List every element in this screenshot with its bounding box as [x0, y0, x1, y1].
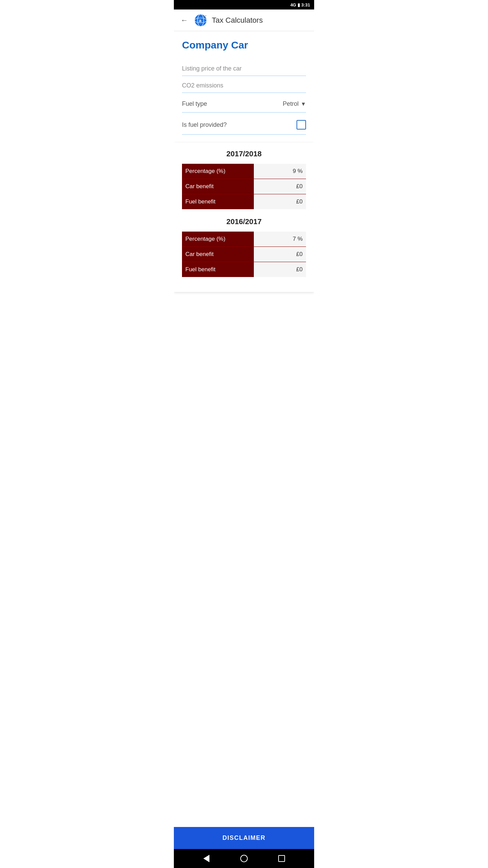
results-card: 2017/2018 Percentage (%) 9 % Car benefit…: [174, 143, 314, 292]
recent-nav-icon: [278, 855, 285, 862]
main-content: Company Car Fuel type Petrol ▼ Is fuel p…: [174, 31, 314, 827]
page-title: Company Car: [182, 39, 306, 51]
time-display: 3:31: [301, 2, 310, 7]
table-row: Car benefit £0: [182, 179, 306, 194]
row-value: £0: [254, 179, 306, 194]
battery-icon: ▮: [298, 2, 300, 7]
nav-back-button[interactable]: [200, 852, 212, 865]
co2-input[interactable]: [182, 79, 306, 93]
back-button[interactable]: ←: [179, 15, 189, 26]
table-row: Fuel benefit £0: [182, 262, 306, 277]
fuel-type-value: Petrol ▼: [283, 100, 306, 107]
row-label: Car benefit: [182, 179, 254, 194]
fuel-provided-label: Is fuel provided?: [182, 121, 227, 129]
fuel-type-row[interactable]: Fuel type Petrol ▼: [182, 96, 306, 113]
listing-price-input[interactable]: [182, 62, 306, 76]
year-2016-heading: 2016/2017: [182, 217, 306, 226]
status-bar: 4G ▮ 3:31: [174, 0, 314, 9]
row-label: Car benefit: [182, 247, 254, 262]
fuel-provided-checkbox[interactable]: [297, 120, 306, 130]
row-label: Fuel benefit: [182, 194, 254, 210]
row-label: Percentage (%): [182, 232, 254, 247]
table-row: Percentage (%) 9 %: [182, 164, 306, 179]
nav-bar: [174, 849, 314, 868]
co2-field: [182, 79, 306, 93]
results-table-2017: Percentage (%) 9 % Car benefit £0 Fuel b…: [182, 164, 306, 209]
nav-home-button[interactable]: [238, 852, 250, 865]
app-logo: a: [194, 13, 208, 27]
app-title: Tax Calculators: [212, 16, 263, 25]
row-value: £0: [254, 194, 306, 210]
fuel-provided-row: Is fuel provided?: [182, 115, 306, 135]
row-value: £0: [254, 247, 306, 262]
home-nav-icon: [240, 855, 248, 862]
nav-recent-button[interactable]: [276, 852, 288, 865]
listing-price-field: [182, 62, 306, 76]
fuel-type-dropdown-icon: ▼: [301, 101, 306, 107]
row-value: 7 %: [254, 232, 306, 247]
status-icons: 4G ▮ 3:31: [290, 2, 310, 7]
disclaimer-button[interactable]: DISCLAIMER: [174, 827, 314, 849]
year-2017-heading: 2017/2018: [182, 150, 306, 158]
table-row: Car benefit £0: [182, 247, 306, 262]
table-row: Percentage (%) 7 %: [182, 232, 306, 247]
row-label: Fuel benefit: [182, 262, 254, 277]
fuel-type-label: Fuel type: [182, 100, 207, 107]
svg-text:a: a: [199, 18, 202, 23]
app-bar: ← a Tax Calculators: [174, 9, 314, 31]
row-value: £0: [254, 262, 306, 277]
row-value: 9 %: [254, 164, 306, 179]
row-label: Percentage (%): [182, 164, 254, 179]
results-table-2016: Percentage (%) 7 % Car benefit £0 Fuel b…: [182, 232, 306, 277]
back-nav-icon: [203, 855, 209, 862]
table-row: Fuel benefit £0: [182, 194, 306, 210]
signal-icon: 4G: [290, 2, 296, 7]
